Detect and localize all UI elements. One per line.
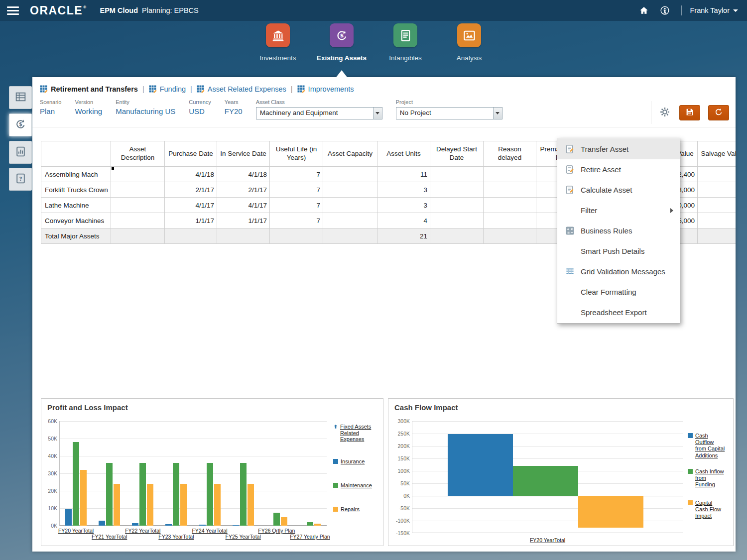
grid-cell[interactable]: 11 [377,167,430,182]
nav-card-existing-assets[interactable]: $Existing Assets [312,23,372,62]
accessibility-icon[interactable] [659,5,670,16]
legend-item-maintenance[interactable]: Maintenance [333,482,372,489]
grid-cell[interactable] [323,228,377,244]
grid-cell[interactable]: 7 [270,213,323,228]
grid-cell[interactable]: 1/1/17 [165,213,217,228]
grid-row-header[interactable]: Lathe Machine [41,198,111,213]
tab-improvements[interactable]: Improvements [297,85,354,93]
grid-cell[interactable]: 1/1/17 [217,213,270,228]
grid-cell[interactable]: 2/1/17 [165,182,217,198]
menu-item-filter[interactable]: Filter [557,200,680,221]
menu-item-smart-push-details[interactable]: Smart Push Details [557,241,680,261]
menu-item-calculate-asset[interactable]: Calculate Asset [557,180,680,200]
grid-col-header-reason-delayed[interactable]: Reason delayed [484,141,536,167]
grid-cell[interactable] [111,213,165,228]
grid-corner-header[interactable] [41,141,111,167]
grid-cell[interactable] [111,182,165,198]
gear-icon[interactable] [659,107,671,118]
grid-col-header-useful-life-in-years[interactable]: Useful Life (in Years) [270,141,323,167]
grid-col-header-asset-capacity[interactable]: Asset Capacity [323,141,377,167]
save-button[interactable] [679,105,700,120]
grid-cell[interactable]: 3 [377,198,430,213]
legend-item-cash-outflow-from-capital-additions[interactable]: Cash Outflow from Capital Additions [688,433,725,459]
menu-item-spreadsheet-export[interactable]: Spreadsheet Export [557,302,680,323]
grid-cell[interactable] [323,198,377,213]
tab-funding[interactable]: Funding [149,85,186,93]
grid-cell[interactable]: 4/1/18 [165,167,217,182]
x-axis-label[interactable]: FY26 Qrtly Plan [258,528,295,534]
grid-cell[interactable] [323,182,377,198]
grid-cell[interactable] [217,228,270,244]
grid-cell[interactable]: 4/1/17 [217,198,270,213]
grid-cell[interactable] [484,167,536,182]
x-axis-label[interactable]: FY20 YearTotal [530,537,565,543]
grid-cell[interactable] [698,167,736,182]
pov-dim-value[interactable]: FY20 [225,107,243,115]
grid-cell[interactable] [698,213,736,228]
grid-cell[interactable]: 4 [377,213,430,228]
grid-cell[interactable] [484,198,536,213]
grid-cell[interactable] [430,213,484,228]
sidebar-button-forms[interactable] [9,86,32,109]
x-axis-label[interactable]: FY20 YearTotal [58,528,94,534]
x-axis-label[interactable]: FY27 Yearly Plan [290,534,330,540]
sidebar-button-assets[interactable]: $ [9,113,32,136]
grid-cell[interactable] [430,228,484,244]
grid-cell[interactable] [165,228,217,244]
tab-retirement-and-transfers[interactable]: Retirement and Transfers [40,85,138,93]
grid-row-header[interactable]: Total Major Assets [41,228,111,244]
x-axis-label[interactable]: FY22 YearTotal [125,528,160,534]
grid-cell[interactable] [484,228,536,244]
grid-cell[interactable] [698,182,736,198]
legend-item-insurance[interactable]: Insurance [333,458,365,465]
pov-asset-class-select[interactable]: Machinery and Equipment [256,107,382,119]
legend-item-repairs[interactable]: Repairs [333,506,360,513]
nav-card-investments[interactable]: Investments [248,23,308,62]
legend-item-cash-inflow-from-funding[interactable]: Cash Inflow from Funding [688,468,725,488]
grid-cell[interactable] [111,198,165,213]
grid-col-header-salvage-value[interactable]: Salvage Value [698,141,736,167]
grid-cell[interactable] [323,167,377,182]
grid-row-header[interactable]: Conveyor Machines [41,213,111,228]
nav-card-analysis[interactable]: Analysis [439,23,499,62]
x-axis-label[interactable]: FY24 YearTotal [192,528,227,534]
grid-cell[interactable]: 7 [270,167,323,182]
grid-row-header[interactable]: Forklift Trucks Crown [41,182,111,198]
grid-cell[interactable] [111,228,165,244]
nav-card-intangibles[interactable]: Intangibles [375,23,435,62]
user-menu[interactable]: Frank Taylor [690,6,738,14]
grid-cell[interactable]: 3 [377,182,430,198]
x-axis-label[interactable]: FY21 YearTotal [92,534,127,540]
hamburger-menu-button[interactable] [7,4,19,17]
grid-cell[interactable]: 2/1/17 [217,182,270,198]
pov-dim-value[interactable]: Working [75,107,102,115]
legend-title[interactable]: Fixed Assets Related Expenses [333,424,383,443]
menu-item-business-rules[interactable]: Business Rules [557,221,680,241]
grid-col-header-asset-units[interactable]: Asset Units [377,141,430,167]
home-icon[interactable] [638,5,649,16]
refresh-button[interactable] [708,105,729,120]
sidebar-button-reports[interactable] [9,141,32,164]
grid-cell[interactable] [111,167,165,182]
grid-col-header-asset-description[interactable]: Asset Description [111,141,165,167]
pov-project-select[interactable]: No Project [396,107,502,119]
pov-dim-value[interactable]: USD [189,107,211,115]
pov-dim-value[interactable]: Plan [40,107,61,115]
grid-cell[interactable] [430,167,484,182]
legend-item-capital-cash-flow-impact[interactable]: Capital Cash Flow Impact [688,500,725,520]
grid-col-header-in-service-date[interactable]: In Service Date [217,141,270,167]
grid-cell[interactable] [430,182,484,198]
grid-cell[interactable]: 7 [270,182,323,198]
grid-cell[interactable] [323,213,377,228]
menu-item-grid-validation-messages[interactable]: Grid Validation Messages [557,261,680,282]
grid-cell[interactable] [270,228,323,244]
grid-cell[interactable] [484,182,536,198]
pov-dim-value[interactable]: Manufacturing US [116,107,175,115]
grid-cell[interactable] [484,213,536,228]
grid-row-header[interactable]: Assembling Mach [41,167,111,182]
menu-item-retire-asset[interactable]: Retire Asset [557,159,680,180]
grid-cell[interactable] [698,228,736,244]
grid-col-header-delayed-start-date[interactable]: Delayed Start Date [430,141,484,167]
grid-cell[interactable]: 21 [377,228,430,244]
grid-cell[interactable]: 7 [270,198,323,213]
